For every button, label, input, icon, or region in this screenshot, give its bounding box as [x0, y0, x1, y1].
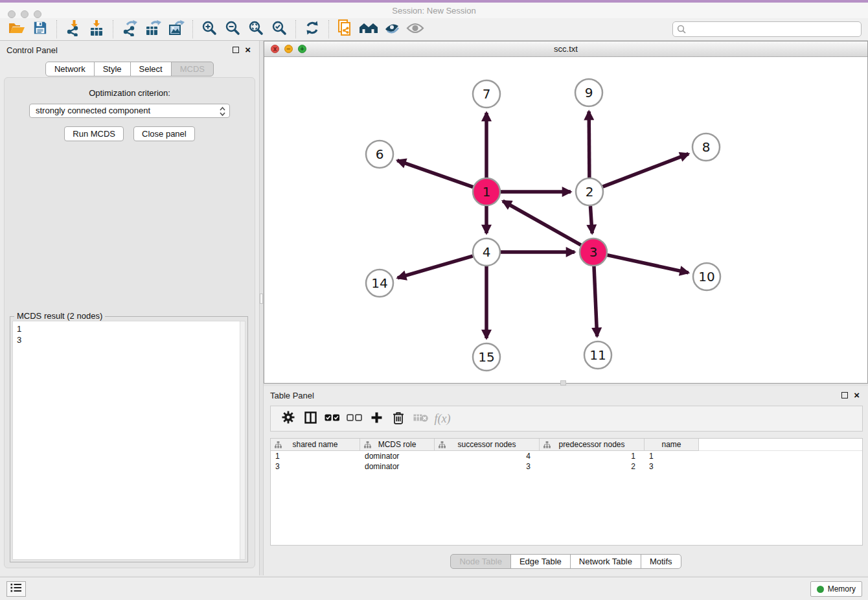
- svg-text:10: 10: [698, 269, 714, 284]
- tab-edge-table[interactable]: Edge Table: [510, 554, 571, 569]
- svg-text:6: 6: [376, 146, 384, 162]
- table-row-0[interactable]: 1dominator411: [271, 451, 862, 461]
- edge-3-1[interactable]: [503, 201, 581, 245]
- edge-1-6[interactable]: [397, 161, 473, 187]
- cell-mcds-role[interactable]: dominator: [360, 461, 435, 472]
- tab-motifs[interactable]: Motifs: [641, 554, 681, 569]
- edge-3-10[interactable]: [607, 255, 688, 273]
- tab-mcds[interactable]: MCDS: [171, 62, 214, 76]
- mcds-result-textarea[interactable]: 1 3: [12, 321, 246, 560]
- network-graph-canvas[interactable]: 7968124314101511: [264, 57, 867, 383]
- column-header-predecessor-nodes[interactable]: predecessor nodes: [540, 439, 645, 451]
- cell-shared-name[interactable]: 1: [271, 451, 360, 461]
- graph-node-14[interactable]: 14: [366, 270, 393, 297]
- column-header-name[interactable]: name: [645, 439, 699, 451]
- tab-network-table[interactable]: Network Table: [570, 554, 641, 569]
- deselect-all-button[interactable]: [343, 408, 365, 429]
- control-panel-tabs: NetworkStyleSelectMCDS: [0, 62, 259, 76]
- cell-name[interactable]: 3: [645, 461, 699, 472]
- column-pane-button[interactable]: [299, 408, 321, 429]
- memory-button[interactable]: Memory: [810, 581, 862, 597]
- search-field[interactable]: [672, 21, 862, 37]
- graph-node-15[interactable]: 15: [473, 343, 500, 371]
- homes-icon: [359, 21, 378, 38]
- refresh-icon: [304, 20, 320, 38]
- column-header-mcds-role[interactable]: MCDS role: [360, 439, 435, 451]
- tab-network[interactable]: Network: [45, 62, 95, 76]
- toolbar-separator: [192, 20, 193, 38]
- vertical-splitter[interactable]: [259, 41, 264, 575]
- edge-2-9[interactable]: [589, 111, 589, 178]
- hide-details-button[interactable]: [404, 19, 427, 39]
- criterion-dropdown[interactable]: strongly connected component: [29, 104, 230, 118]
- column-header-successor-nodes[interactable]: successor nodes: [435, 439, 540, 451]
- table-body: 1dominator4113dominator323: [271, 451, 862, 472]
- tab-node-table[interactable]: Node Table: [450, 554, 511, 569]
- export-network-button[interactable]: [118, 19, 141, 39]
- graph-node-6[interactable]: 6: [366, 141, 393, 168]
- export-image-button[interactable]: [165, 19, 188, 39]
- delete-table-button[interactable]: [409, 408, 431, 429]
- graph-node-9[interactable]: 9: [575, 79, 602, 106]
- graphics-details-button[interactable]: [380, 19, 404, 39]
- graph-node-8[interactable]: 8: [692, 133, 720, 161]
- edge-2-3[interactable]: [590, 206, 592, 233]
- edge-4-14[interactable]: [398, 256, 473, 278]
- task-history-button[interactable]: [6, 581, 26, 597]
- cell-shared-name[interactable]: 3: [271, 461, 360, 472]
- export-image-icon: [168, 19, 185, 39]
- splitter-grip[interactable]: [560, 380, 566, 386]
- attribute-settings-button[interactable]: [277, 408, 299, 429]
- network-overview-button[interactable]: [357, 19, 380, 39]
- create-column-button[interactable]: [365, 408, 387, 429]
- close-panel-icon[interactable]: ×: [245, 44, 251, 56]
- delete-column-button[interactable]: [387, 408, 409, 429]
- result-scrollbar[interactable]: [240, 321, 245, 559]
- cell-mcds-role[interactable]: dominator: [360, 451, 435, 461]
- tab-style[interactable]: Style: [94, 62, 131, 76]
- search-input[interactable]: [690, 23, 858, 36]
- zoom-selected-button[interactable]: [268, 19, 291, 39]
- zoom-in-button[interactable]: [198, 19, 221, 39]
- zoom-fit-button[interactable]: [244, 19, 268, 39]
- graph-node-7[interactable]: 7: [473, 80, 500, 108]
- edge-2-8[interactable]: [603, 154, 689, 187]
- column-header-shared-name[interactable]: shared name: [271, 439, 360, 451]
- checked-boxes-icon: [325, 413, 340, 424]
- gear-icon: [282, 411, 295, 426]
- select-all-button[interactable]: [321, 408, 343, 429]
- graph-node-11[interactable]: 11: [584, 341, 611, 369]
- graph-node-3[interactable]: 3: [580, 238, 607, 266]
- zoom-selected-icon: [271, 20, 287, 38]
- table-row-1[interactable]: 3dominator323: [271, 461, 862, 472]
- graph-node-4[interactable]: 4: [473, 238, 500, 266]
- export-table-button[interactable]: [141, 19, 165, 39]
- float-panel-icon[interactable]: [841, 392, 848, 398]
- refresh-button[interactable]: [301, 19, 324, 39]
- cell-successor-nodes[interactable]: 3: [435, 461, 540, 472]
- close-panel-icon[interactable]: ×: [854, 389, 860, 401]
- duplicate-network-button[interactable]: [334, 19, 357, 39]
- cell-successor-nodes[interactable]: 4: [435, 451, 540, 461]
- import-network-button[interactable]: [62, 19, 85, 39]
- open-session-button[interactable]: [5, 19, 29, 39]
- cell-predecessor-nodes[interactable]: 2: [540, 461, 645, 472]
- cell-name[interactable]: 1: [645, 451, 699, 461]
- zoom-out-button[interactable]: [221, 19, 244, 39]
- graph-node-1[interactable]: 1: [473, 178, 500, 205]
- function-builder-button[interactable]: f(x): [431, 408, 453, 429]
- edge-3-11[interactable]: [594, 266, 597, 336]
- column-type-icon: [439, 441, 446, 450]
- save-session-button[interactable]: [29, 19, 52, 39]
- network-window-titlebar[interactable]: x − + scc.txt: [264, 41, 867, 57]
- graph-node-2[interactable]: 2: [576, 178, 603, 205]
- tab-select[interactable]: Select: [130, 62, 172, 76]
- float-panel-icon[interactable]: [233, 47, 239, 53]
- close-panel-button[interactable]: Close panel: [133, 126, 195, 141]
- graph-node-10[interactable]: 10: [693, 263, 720, 290]
- cell-predecessor-nodes[interactable]: 1: [540, 451, 645, 461]
- node-table: shared nameMCDS rolesuccessor nodesprede…: [270, 438, 863, 546]
- run-mcds-button[interactable]: Run MCDS: [64, 126, 124, 141]
- splitter-grip[interactable]: [260, 294, 263, 304]
- import-table-button[interactable]: [85, 19, 108, 39]
